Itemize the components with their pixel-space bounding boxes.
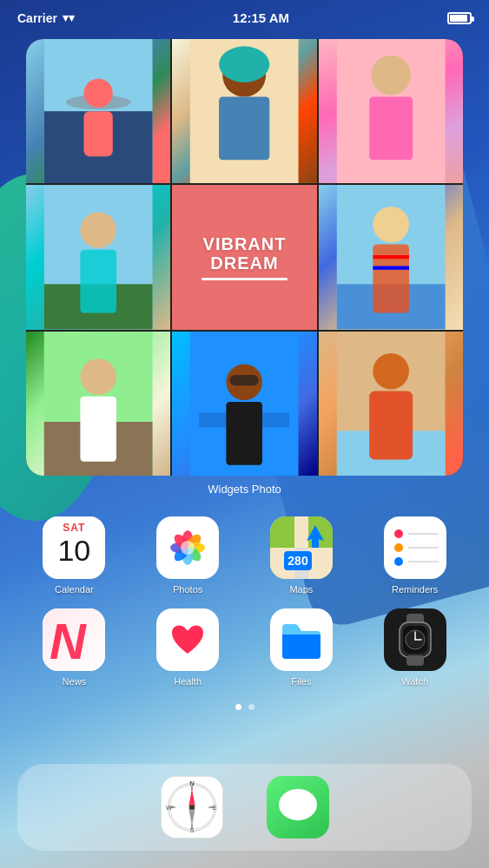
calendar-icon: SAT 10 (43, 516, 105, 579)
photo-cell-5-overlay: VIBRANT DREAM (172, 185, 316, 329)
rem-line-2 (408, 547, 439, 549)
app-item-calendar[interactable]: SAT 10 Calendar (21, 516, 128, 595)
dock: N S W E (17, 764, 472, 851)
files-label: Files (291, 676, 311, 687)
svg-rect-34 (369, 391, 413, 459)
svg-text:E: E (212, 804, 216, 812)
svg-point-33 (373, 353, 409, 390)
svg-rect-30 (230, 375, 259, 385)
widget-label: Widgets Photo (26, 483, 463, 496)
news-label: News (63, 676, 87, 687)
svg-text:S: S (189, 826, 194, 834)
svg-point-14 (80, 213, 116, 249)
rem-line-3 (408, 561, 439, 562)
svg-text:280: 280 (287, 554, 308, 568)
collage-title-line2: DREAM (210, 253, 278, 273)
widget-section: VIBRANT DREAM (0, 30, 489, 503)
svg-rect-57 (406, 655, 424, 666)
svg-text:W: W (166, 804, 173, 812)
app-item-news[interactable]: N News (21, 608, 128, 687)
dock-app-messages[interactable] (267, 776, 329, 838)
status-left: Carrier ▾▾ (17, 11, 75, 25)
photo-cell-6 (319, 185, 463, 329)
rem-line-1 (408, 533, 439, 535)
svg-point-3 (84, 79, 113, 108)
reminder-row-1 (394, 529, 439, 538)
collage-subtitle-line (202, 278, 288, 280)
wifi-icon: ▾▾ (63, 11, 75, 24)
svg-rect-15 (80, 250, 116, 313)
reminder-row-3 (394, 557, 439, 566)
svg-point-43 (181, 541, 195, 555)
svg-rect-4 (84, 111, 113, 156)
svg-point-24 (80, 358, 116, 395)
photo-cell-8 (172, 332, 316, 476)
photo-cell-3 (319, 39, 463, 183)
photo-cell-1 (26, 39, 170, 183)
rem-dot-blue (394, 557, 403, 566)
health-icon (156, 608, 219, 671)
reminders-label: Reminders (392, 584, 438, 595)
rem-dot-red (394, 529, 403, 538)
reminders-icon (384, 516, 446, 579)
svg-rect-7 (219, 97, 269, 161)
news-icon: N (43, 608, 105, 671)
app-item-reminders[interactable]: Reminders (361, 516, 468, 595)
photo-cell-9 (319, 332, 463, 476)
photo-cell-2 (172, 39, 316, 183)
app-grid: SAT 10 Calendar Photos (0, 503, 489, 687)
battery-icon (447, 12, 472, 24)
collage-title-line1: VIBRANT (203, 234, 287, 253)
app-item-files[interactable]: Files (248, 608, 355, 687)
svg-point-70 (189, 805, 195, 810)
page-dot-1[interactable] (235, 704, 241, 710)
svg-point-18 (373, 207, 409, 243)
watch-icon (384, 608, 446, 671)
svg-rect-11 (369, 97, 413, 161)
rem-dot-orange (394, 543, 403, 552)
photos-label: Photos (173, 584, 202, 595)
reminder-row-2 (394, 543, 439, 552)
status-right (447, 12, 472, 24)
widget-photo-collage[interactable]: VIBRANT DREAM (26, 39, 463, 476)
svg-rect-25 (80, 397, 116, 462)
photo-cell-7 (26, 332, 170, 476)
app-item-watch[interactable]: Watch (361, 608, 468, 687)
status-bar: Carrier ▾▾ 12:15 AM (0, 0, 489, 30)
page-dot-2[interactable] (248, 704, 254, 710)
svg-point-10 (371, 56, 411, 95)
maps-icon: 280 (270, 516, 333, 579)
photo-cell-4 (26, 185, 170, 329)
health-label: Health (174, 676, 202, 687)
battery-fill (450, 15, 467, 22)
calendar-label: Calendar (55, 584, 94, 595)
svg-point-76 (279, 789, 317, 820)
svg-point-8 (219, 46, 269, 82)
svg-rect-53 (43, 608, 105, 671)
maps-label: Maps (289, 584, 313, 595)
calendar-day: SAT (43, 516, 105, 534)
calendar-date: 10 (57, 536, 90, 565)
messages-icon (267, 776, 329, 838)
safari-icon: N S W E (161, 776, 223, 838)
svg-text:N: N (189, 779, 195, 787)
app-item-maps[interactable]: 280 Maps (248, 516, 355, 595)
time-label: 12:15 AM (233, 10, 289, 25)
dock-app-safari[interactable]: N S W E (161, 776, 223, 838)
svg-rect-29 (227, 402, 263, 465)
app-item-photos[interactable]: Photos (135, 516, 241, 595)
photos-icon (156, 516, 219, 579)
app-item-health[interactable]: Health (135, 608, 241, 687)
svg-rect-19 (373, 245, 409, 313)
files-icon (270, 608, 333, 671)
carrier-label: Carrier (17, 11, 57, 25)
page-dots (0, 704, 489, 710)
watch-label: Watch (401, 676, 428, 687)
